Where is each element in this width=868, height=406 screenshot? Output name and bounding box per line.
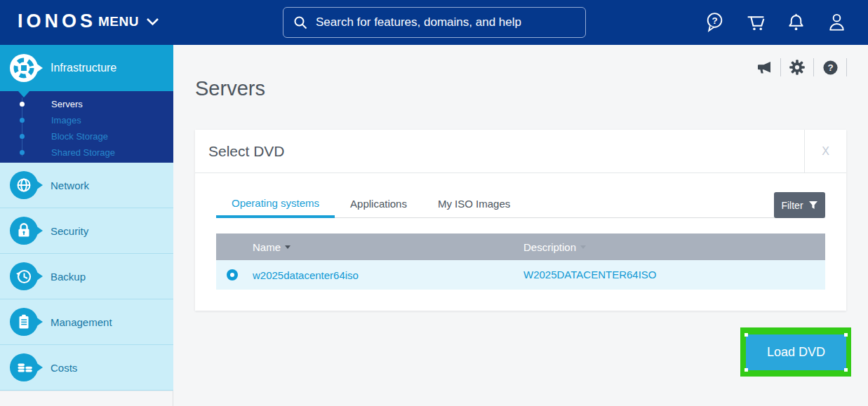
tab-bar: Operating systems Applications My ISO Im… bbox=[216, 187, 825, 218]
dvd-name-link[interactable]: w2025datacenter64iso bbox=[253, 269, 359, 281]
name-cell: w2025datacenter64iso bbox=[216, 269, 523, 281]
sidebar: Infrastructure Servers Images Block Stor… bbox=[0, 45, 173, 406]
toolbar-divider bbox=[813, 58, 814, 76]
bullet-dot-icon bbox=[20, 134, 25, 139]
bullet-dot-icon bbox=[20, 150, 25, 155]
selection-handle bbox=[844, 368, 848, 372]
sidebar-item-security[interactable]: Security bbox=[0, 208, 173, 254]
datacenter-icon bbox=[10, 54, 44, 82]
topbar: IONOS MENU ? bbox=[0, 0, 868, 45]
sidebar-subitem-shared-storage[interactable]: Shared Storage bbox=[0, 144, 173, 161]
menu-label: MENU bbox=[98, 14, 139, 29]
help-circle-icon[interactable]: ? bbox=[822, 58, 839, 76]
load-dvd-button[interactable]: Load DVD bbox=[746, 334, 846, 370]
clipboard-icon bbox=[10, 308, 44, 336]
page-title: Servers bbox=[195, 77, 265, 100]
funnel-icon bbox=[808, 201, 818, 210]
select-dvd-dialog: Select DVD X Operating systems Applicati… bbox=[195, 130, 846, 311]
globe-icon bbox=[10, 171, 44, 199]
settings-gear-icon[interactable] bbox=[789, 58, 806, 76]
close-button[interactable]: X bbox=[804, 130, 846, 172]
main-content: ? Servers Select DVD X Operating systems… bbox=[173, 45, 868, 406]
sidebar-subitem-images[interactable]: Images bbox=[0, 112, 173, 128]
topbar-icon-group: ? bbox=[703, 11, 848, 34]
toolbar-divider bbox=[846, 58, 847, 76]
user-account-icon[interactable] bbox=[825, 11, 848, 34]
notifications-bell-icon[interactable] bbox=[784, 11, 808, 34]
bullet-dot-icon bbox=[20, 102, 25, 107]
ionos-control-panel: IONOS MENU ? bbox=[0, 0, 868, 406]
sidebar-item-infrastructure[interactable]: Infrastructure bbox=[0, 45, 173, 91]
lock-icon bbox=[10, 217, 44, 245]
megaphone-icon[interactable] bbox=[756, 58, 773, 76]
column-header-description: Description bbox=[523, 241, 825, 253]
selection-handle bbox=[745, 368, 748, 372]
sidebar-filler bbox=[0, 391, 173, 406]
selection-handle bbox=[745, 333, 748, 337]
sidebar-subitem-block-storage[interactable]: Block Storage bbox=[0, 128, 173, 144]
filter-label: Filter bbox=[781, 200, 803, 211]
sidebar-item-network[interactable]: Network bbox=[0, 163, 173, 208]
table-row[interactable]: w2025datacenter64iso W2025DATACENTER64IS… bbox=[216, 260, 825, 290]
tab-my-iso-images[interactable]: My ISO Images bbox=[422, 198, 526, 218]
chevron-down-icon bbox=[146, 18, 159, 26]
tab-operating-systems[interactable]: Operating systems bbox=[216, 197, 335, 218]
selection-handle bbox=[844, 333, 848, 337]
ionos-logo[interactable]: IONOS bbox=[18, 11, 96, 32]
dialog-body: Operating systems Applications My ISO Im… bbox=[195, 187, 846, 290]
table-header-row: Name Description bbox=[216, 234, 825, 260]
filter-button[interactable]: Filter bbox=[774, 192, 825, 218]
sidebar-subitem-servers[interactable]: Servers bbox=[0, 96, 173, 112]
shopping-cart-icon[interactable] bbox=[744, 11, 767, 34]
sidebar-item-label: Infrastructure bbox=[51, 62, 116, 74]
tab-applications[interactable]: Applications bbox=[335, 198, 422, 218]
dvd-description-link[interactable]: W2025DATACENTER64ISO bbox=[523, 269, 657, 280]
dialog-header: Select DVD X bbox=[195, 130, 846, 173]
sort-arrow-icon[interactable] bbox=[580, 245, 586, 249]
coins-icon bbox=[10, 353, 44, 381]
svg-text:?: ? bbox=[712, 15, 717, 26]
backup-clock-icon bbox=[10, 262, 44, 290]
sidebar-item-management[interactable]: Management bbox=[0, 299, 173, 345]
search-icon bbox=[293, 15, 307, 29]
sort-arrow-icon[interactable] bbox=[285, 245, 291, 249]
help-bubble-icon[interactable]: ? bbox=[703, 11, 726, 34]
annotation-highlight-box: Load DVD bbox=[740, 327, 851, 377]
search-input[interactable] bbox=[316, 15, 575, 29]
dvd-table: Name Description w2025datacenter64iso bbox=[216, 234, 825, 290]
toolbar-divider bbox=[780, 58, 781, 76]
bullet-dot-icon bbox=[20, 118, 25, 123]
column-header-name: Name bbox=[216, 241, 523, 253]
radio-selected-icon[interactable] bbox=[227, 269, 238, 280]
search-bar[interactable] bbox=[283, 7, 586, 38]
dialog-title: Select DVD bbox=[195, 130, 804, 172]
description-cell: W2025DATACENTER64ISO bbox=[523, 269, 657, 281]
svg-text:?: ? bbox=[827, 62, 833, 73]
sidebar-item-backup[interactable]: Backup bbox=[0, 254, 173, 299]
sidebar-item-costs[interactable]: Costs bbox=[0, 345, 173, 391]
infrastructure-submenu: Servers Images Block Storage Shared Stor… bbox=[0, 91, 173, 163]
menu-button[interactable]: MENU bbox=[98, 14, 159, 29]
page-toolbar: ? bbox=[748, 58, 847, 76]
